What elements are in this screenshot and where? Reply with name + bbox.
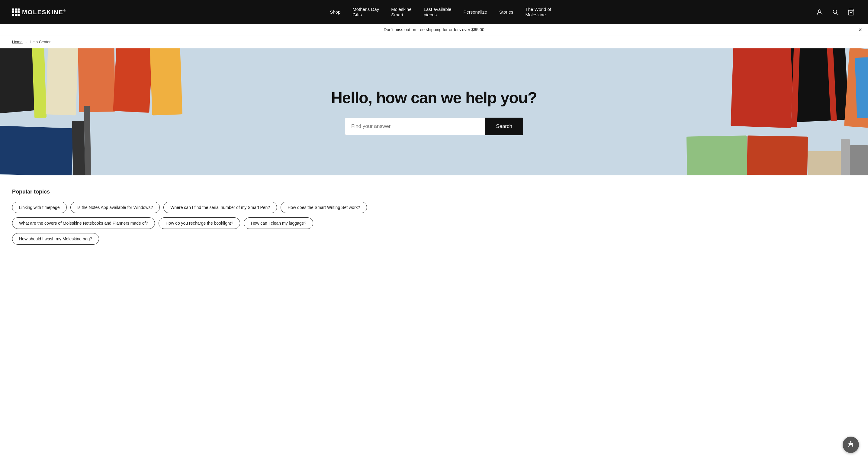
nav-personalize[interactable]: Personalize: [463, 9, 487, 15]
announcement-bar: Don't miss out on free shipping for orde…: [0, 24, 868, 35]
hero-decorations: [0, 48, 868, 175]
topic-wash-bag[interactable]: How should I wash my Moleskine bag?: [12, 233, 99, 244]
search-input[interactable]: [345, 118, 485, 135]
topics-row-3: How should I wash my Moleskine bag?: [12, 233, 856, 244]
announcement-close-button[interactable]: ×: [858, 27, 862, 33]
breadcrumb-separator: -: [25, 39, 27, 44]
announcement-text: Don't miss out on free shipping for orde…: [383, 27, 484, 32]
svg-point-0: [818, 10, 821, 12]
logo-text: MOLESKINE®: [22, 9, 66, 16]
nav-moleskine-smart[interactable]: MoleskineSmart: [391, 7, 412, 17]
breadcrumb-home-link[interactable]: Home: [12, 39, 23, 44]
svg-point-1: [833, 10, 837, 13]
breadcrumb-current-page: Help Center: [30, 39, 51, 44]
topics-grid: Linking with timepage Is the Notes App a…: [12, 202, 856, 244]
account-icon: [816, 8, 823, 16]
nav-mothers-day[interactable]: Mother's DayGifts: [352, 7, 379, 17]
account-button[interactable]: [815, 7, 825, 17]
popular-topics-title: Popular topics: [12, 189, 856, 195]
cart-icon: [847, 8, 855, 16]
logo-link[interactable]: MOLESKINE®: [12, 8, 66, 16]
topic-notes-app-windows[interactable]: Is the Notes App available for Windows?: [70, 202, 160, 213]
breadcrumb: Home - Help Center: [0, 35, 868, 48]
logo-grid-icon: [12, 8, 20, 16]
topics-row-2: What are the covers of Moleskine Noteboo…: [12, 218, 856, 229]
topic-serial-number-smart-pen[interactable]: Where can I find the serial number of my…: [163, 202, 277, 213]
nav-stories[interactable]: Stories: [499, 9, 514, 15]
nav-world-of-moleskine[interactable]: The World ofMoleskine: [525, 7, 551, 17]
topic-recharge-booklight[interactable]: How do you recharge the booklight?: [159, 218, 240, 229]
nav-list: Shop Mother's DayGifts MoleskineSmart La…: [330, 7, 551, 18]
main-nav: Shop Mother's DayGifts MoleskineSmart La…: [330, 7, 551, 18]
search-submit-button[interactable]: Search: [485, 118, 523, 135]
topic-smart-writing-set[interactable]: How does the Smart Writing Set work?: [281, 202, 367, 213]
cart-button[interactable]: [846, 7, 856, 17]
main-header: MOLESKINE® Shop Mother's DayGifts Molesk…: [0, 0, 868, 24]
search-button-header[interactable]: [831, 7, 840, 17]
topics-row-1: Linking with timepage Is the Notes App a…: [12, 202, 856, 213]
svg-line-2: [837, 13, 838, 15]
topic-clean-luggage[interactable]: How can I clean my luggage?: [244, 218, 313, 229]
topic-notebook-covers[interactable]: What are the covers of Moleskine Noteboo…: [12, 218, 155, 229]
hero-section: Hello, how can we help you? Search: [0, 48, 868, 175]
hero-title: Hello, how can we help you?: [331, 89, 537, 107]
nav-last-available[interactable]: Last availablepieces: [424, 7, 452, 17]
search-icon: [832, 8, 839, 16]
topic-linking-timepage[interactable]: Linking with timepage: [12, 202, 67, 213]
header-actions: [815, 7, 856, 17]
popular-topics-section: Popular topics Linking with timepage Is …: [0, 175, 868, 254]
nav-shop[interactable]: Shop: [330, 9, 340, 15]
hero-search-bar: Search: [345, 118, 523, 135]
